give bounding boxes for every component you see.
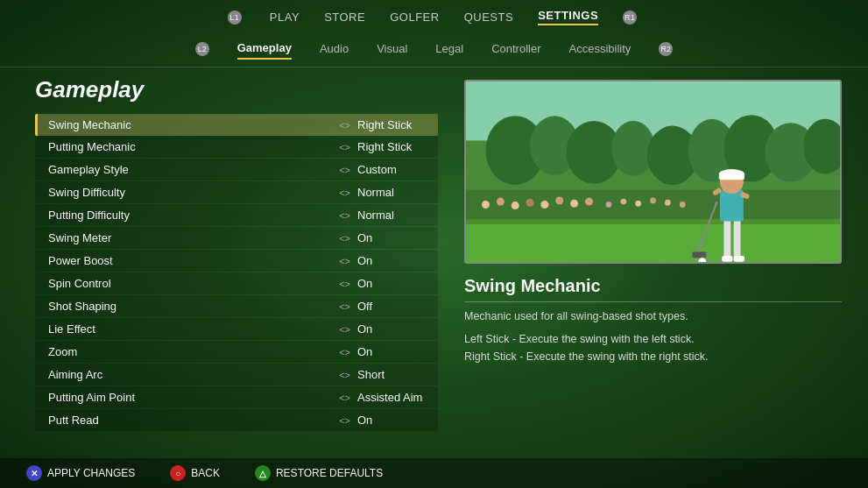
svg-rect-11 [466,219,840,264]
setting-row-1[interactable]: Putting Mechanic <> Right Stick [35,136,438,158]
setting-value-3: Normal [357,186,427,199]
apply-changes-action[interactable]: ✕ APPLY CHANGES [26,465,135,481]
setting-value-13: On [357,414,427,427]
setting-row-11[interactable]: Aiming Arc <> Short [35,364,438,385]
setting-row-9[interactable]: Lie Effect <> On [35,318,438,340]
setting-value-0: Right Stick [357,118,427,131]
svg-point-22 [620,199,626,205]
bottom-bar: ✕ APPLY CHANGES ○ BACK △ RESTORE DEFAULT… [0,458,868,488]
setting-name-1: Putting Mechanic [48,140,332,153]
x-button-icon: ✕ [26,465,42,481]
setting-value-8: Off [357,300,427,313]
golf-scene-svg [466,81,840,264]
svg-point-18 [555,196,563,204]
setting-row-13[interactable]: Putt Read <> On [35,409,438,431]
setting-value-6: On [357,254,427,267]
top-nav: L1 PLAY STORE GOLFER QUESTS SETTINGS R1 [0,0,868,32]
svg-point-25 [665,200,671,206]
svg-point-14 [497,198,505,206]
svg-rect-27 [723,219,730,258]
arrows-4: <> [339,210,350,221]
svg-point-24 [650,198,656,204]
arrows-12: <> [339,393,350,403]
svg-point-23 [635,201,641,207]
setting-row-4[interactable]: Putting Difficulty <> Normal [35,204,438,226]
tab-audio[interactable]: Audio [320,39,349,59]
right-panel: Swing Mechanic Mechanic used for all swi… [464,76,842,468]
svg-point-21 [606,202,612,208]
circle-button-icon: ○ [170,465,186,481]
setting-value-2: Custom [357,163,427,176]
setting-name-4: Putting Difficulty [48,209,332,222]
svg-rect-34 [719,174,745,180]
setting-row-5[interactable]: Swing Meter <> On [35,227,438,249]
tab-visual[interactable]: Visual [377,39,407,59]
setting-row-6[interactable]: Power Boost <> On [35,250,438,272]
svg-point-13 [482,201,490,209]
tab-gameplay[interactable]: Gameplay [237,38,292,60]
setting-name-5: Swing Meter [48,231,332,244]
nav-play[interactable]: PLAY [270,11,300,24]
setting-name-9: Lie Effect [48,322,332,336]
setting-name-13: Putt Read [48,414,332,427]
back-action[interactable]: ○ BACK [170,465,220,481]
svg-rect-28 [734,219,741,258]
svg-rect-29 [722,256,732,262]
tab-controller[interactable]: Controller [491,39,540,59]
detail-extra: Left Stick - Execute the swing with the … [464,330,842,365]
arrows-9: <> [339,324,350,335]
setting-row-2[interactable]: Gameplay Style <> Custom [35,159,438,180]
tab-accessibility[interactable]: Accessibility [568,39,631,59]
setting-row-10[interactable]: Zoom <> On [35,341,438,363]
setting-value-1: Right Stick [357,140,427,153]
arrows-2: <> [339,165,350,175]
setting-value-11: Short [357,368,427,381]
arrows-1: <> [339,142,350,152]
setting-name-2: Gameplay Style [48,163,332,176]
setting-value-12: Assisted Aim [357,391,427,404]
restore-defaults-action[interactable]: △ RESTORE DEFAULTS [255,465,383,481]
setting-value-10: On [357,345,427,358]
a-button-icon: △ [255,465,271,481]
arrows-0: <> [339,120,350,131]
detail-title: Swing Mechanic [464,276,842,302]
apply-changes-label: APPLY CHANGES [47,467,135,479]
arrows-11: <> [339,370,350,380]
nav-quests[interactable]: QUESTS [464,11,513,24]
svg-point-16 [526,199,534,207]
arrows-10: <> [339,347,350,357]
nav-settings[interactable]: SETTINGS [538,9,598,25]
tab-left-badge: L2 [195,42,209,56]
setting-name-11: Aiming Arc [48,368,332,381]
nav-left-badge: L1 [228,11,242,25]
main-content: Gameplay Swing Mechanic <> Right Stick P… [0,67,868,477]
tab-legal[interactable]: Legal [435,39,463,59]
settings-list: Swing Mechanic <> Right Stick Putting Me… [35,114,438,431]
svg-point-17 [540,201,548,209]
setting-row-8[interactable]: Shot Shaping <> Off [35,295,438,317]
tab-bar: L2 Gameplay Audio Visual Legal Controlle… [0,32,868,67]
svg-rect-38 [692,251,706,258]
svg-rect-12 [466,190,840,224]
setting-row-3[interactable]: Swing Difficulty <> Normal [35,181,438,203]
nav-golfer[interactable]: GOLFER [390,11,439,24]
setting-name-12: Putting Aim Point [48,391,332,404]
setting-row-0[interactable]: Swing Mechanic <> Right Stick [35,114,438,136]
setting-name-10: Zoom [48,345,332,358]
arrows-3: <> [339,187,350,198]
svg-point-19 [570,200,578,208]
setting-name-3: Swing Difficulty [48,186,332,199]
setting-row-12[interactable]: Putting Aim Point <> Assisted Aim [35,386,438,408]
setting-row-7[interactable]: Spin Control <> On [35,272,438,294]
nav-store[interactable]: STORE [324,11,365,24]
back-label: BACK [191,467,220,479]
setting-value-9: On [357,322,427,336]
arrows-8: <> [339,301,350,312]
setting-name-0: Swing Mechanic [48,118,332,131]
arrows-6: <> [339,256,350,266]
setting-name-6: Power Boost [48,254,332,267]
arrows-5: <> [339,233,350,244]
left-panel: Gameplay Swing Mechanic <> Right Stick P… [35,76,438,468]
setting-name-8: Shot Shaping [48,300,332,313]
arrows-13: <> [339,415,350,426]
